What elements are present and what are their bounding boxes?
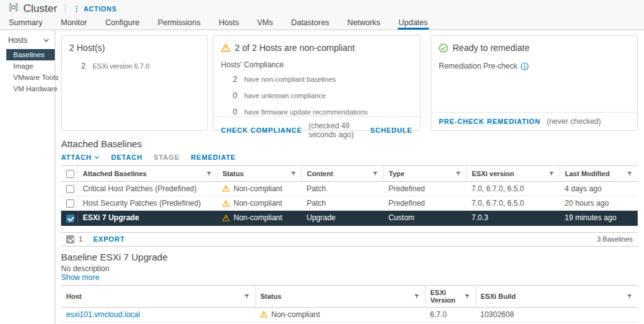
detach-button[interactable]: DETACH	[111, 154, 142, 161]
filter-icon[interactable]	[290, 170, 297, 177]
compliance-card-title: 2 of 2 Hosts are non-compliant	[235, 43, 355, 53]
tab-monitor[interactable]: Monitor	[60, 18, 88, 30]
row-checkbox[interactable]	[66, 199, 74, 208]
tab-networks[interactable]: Networks	[347, 18, 381, 30]
baseline-last-modified: 4 days ago	[560, 181, 638, 196]
row-checkbox[interactable]	[66, 185, 74, 193]
warning-icon	[221, 43, 230, 52]
attach-button[interactable]: ATTACH	[61, 154, 99, 161]
baseline-content: Patch	[302, 181, 383, 196]
tab-configure[interactable]: Configure	[105, 18, 140, 30]
baseline-row-host-security-patches[interactable]: Host Security Patches (Predefined) Non-c…	[61, 196, 638, 210]
col-type: Type	[383, 166, 466, 182]
precheck-label: Remediation Pre-check	[439, 62, 517, 70]
host-count-label: ESXi version 6.7.0	[93, 62, 150, 70]
baseline-row-critical-host-patches[interactable]: Critical Host Patches (Predefined) Non-c…	[61, 181, 638, 196]
warning-icon	[222, 215, 230, 221]
col-status: Status	[255, 285, 425, 307]
divider	[65, 4, 65, 13]
success-icon	[439, 43, 448, 53]
info-icon[interactable]	[521, 62, 529, 70]
unknown-label: have unknown compliance	[244, 92, 326, 99]
compliance-card-title-row: 2 of 2 Hosts are non-compliant	[221, 43, 412, 53]
baseline-status: Non-compliant	[234, 213, 282, 222]
baseline-row-esxi-7-upgrade[interactable]: ESXi 7 Upgrade Non-compliant Upgrade Cus…	[61, 211, 638, 225]
updates-sidebar: Hosts Baselines Image VMware Tools VM Ha…	[0, 30, 55, 324]
tab-vms[interactable]: VMs	[256, 18, 273, 30]
select-all-checkbox[interactable]	[66, 170, 74, 178]
tab-datastores[interactable]: Datastores	[290, 18, 329, 30]
hosts-compliance-label: Hosts' Compliance	[221, 60, 412, 69]
warning-icon	[260, 311, 268, 318]
baselines-table: Attached Baselines Status Content Type E…	[61, 165, 638, 226]
compliance-card: 2 of 2 Hosts are non-compliant Hosts' Co…	[213, 35, 421, 131]
filter-icon[interactable]	[244, 293, 250, 299]
hosts-version-row: 2 ESXi version 6.7.0	[69, 61, 200, 70]
non-compliant-label: have non-compliant baselines	[244, 75, 336, 83]
hosts-table: Host Status ESXi Version ESXi Build esxi…	[61, 285, 638, 324]
page-title: Cluster	[23, 3, 57, 15]
actions-menu-button[interactable]: ⋮ ACTIONS	[73, 5, 117, 13]
baselines-toolbar: ATTACH DETACH STAGE REMEDIATE	[61, 154, 638, 161]
kebab-icon: ⋮	[73, 6, 81, 12]
filter-icon[interactable]	[464, 293, 470, 299]
export-button[interactable]: EXPORT	[93, 235, 125, 243]
baselines-grid-footer: 1 EXPORT 3 Baselines	[61, 232, 638, 247]
filter-icon[interactable]	[455, 170, 461, 177]
host-row-esxi101[interactable]: esxi101.vmcloud.local Non-compliant 6.7.…	[61, 307, 638, 321]
host-link[interactable]: esxi101.vmcloud.local	[66, 310, 140, 319]
baseline-esxi-version: 7.0, 6.7.0, 6.5.0	[466, 196, 560, 210]
filter-icon[interactable]	[626, 293, 633, 299]
tab-summary[interactable]: Summary	[8, 18, 43, 30]
sidebar-item-vm-hardware[interactable]: VM Hardware	[0, 83, 55, 94]
hosts-card-title: 2 Host(s)	[69, 43, 200, 53]
filter-icon[interactable]	[372, 170, 378, 177]
show-more-link[interactable]: Show more	[61, 273, 638, 282]
filter-icon[interactable]	[206, 170, 212, 177]
attached-baselines-title: Attached Baselines	[61, 138, 638, 149]
sidebar-item-baselines[interactable]: Baselines	[6, 49, 55, 60]
baseline-esxi-version: 7.0.3	[466, 211, 560, 225]
pre-check-remediation-button[interactable]: PRE-CHECK REMEDIATION	[439, 118, 540, 125]
sidebar-item-vmware-tools[interactable]: VMware Tools	[0, 72, 55, 83]
baseline-status: Non-compliant	[234, 199, 282, 208]
non-compliant-count: 2	[221, 74, 237, 84]
main-panel: 2 Host(s) 2 ESXi version 6.7.0 2 of 2 Ho…	[55, 30, 644, 324]
sidebar-group-hosts[interactable]: Hosts	[0, 36, 55, 45]
compliance-row: 0 have unknown compliance	[221, 91, 412, 100]
unknown-count: 0	[221, 91, 237, 100]
stage-button[interactable]: STAGE	[154, 154, 179, 161]
host-row-esxi102[interactable]: esxi102.vmcloud.local Non-compliant 6.7.…	[61, 321, 638, 324]
remediate-button[interactable]: REMEDIATE	[191, 154, 235, 161]
summary-cards: 2 Host(s) 2 ESXi version 6.7.0 2 of 2 Ho…	[61, 35, 638, 131]
baseline-last-modified: 20 hours ago	[560, 196, 638, 210]
chevron-down-icon	[43, 38, 49, 42]
baseline-content: Patch	[302, 196, 383, 210]
firmware-label: have firmware update recommendations	[244, 108, 368, 116]
remediation-card-title: Ready to remediate	[453, 43, 529, 53]
schedule-button[interactable]: SCHEDULE	[370, 126, 412, 134]
remediation-card-title-row: Ready to remediate	[439, 43, 630, 53]
baseline-name: Critical Host Patches (Predefined)	[77, 181, 217, 196]
row-checkbox-checked[interactable]	[66, 215, 74, 223]
remediation-card: Ready to remediate Remediation Pre-check…	[431, 35, 638, 131]
filter-icon[interactable]	[548, 170, 555, 177]
baseline-name: ESXi 7 Upgrade	[77, 211, 217, 225]
tab-hosts[interactable]: Hosts	[218, 18, 239, 30]
host-esxi-build: 10302608	[475, 307, 638, 321]
tab-permissions[interactable]: Permissions	[157, 18, 201, 30]
sidebar-item-image[interactable]: Image	[0, 60, 55, 72]
filter-icon[interactable]	[626, 170, 633, 177]
remediation-precheck-row: Remediation Pre-check	[439, 62, 630, 70]
tab-updates[interactable]: Updates	[398, 18, 429, 30]
host-status: Non-compliant	[271, 310, 320, 319]
checked-ago-note: (checked 49 seconds ago)	[308, 121, 364, 139]
baseline-status: Non-compliant	[234, 184, 282, 193]
host-count: 2	[69, 61, 86, 70]
col-esxi-version: ESXi version	[466, 166, 560, 182]
baselines-total: 3 Baselines	[597, 235, 633, 243]
selected-rows-checkbox[interactable]	[66, 235, 74, 243]
filter-icon[interactable]	[414, 293, 420, 299]
check-compliance-button[interactable]: CHECK COMPLIANCE	[221, 126, 302, 134]
baseline-detail-title: Baseline ESXi 7 Upgrade	[61, 252, 638, 262]
